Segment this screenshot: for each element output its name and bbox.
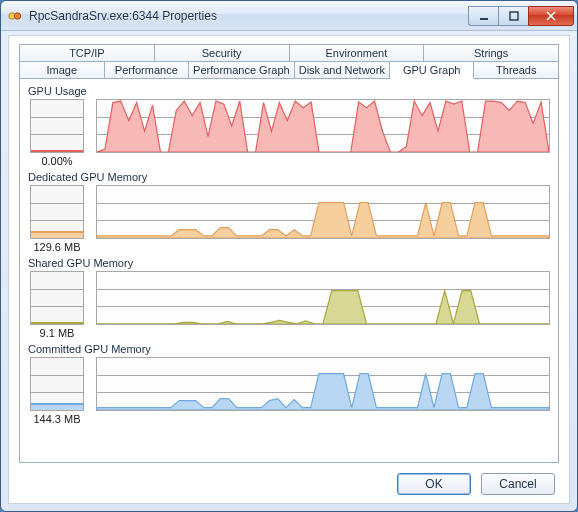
tab-performance[interactable]: Performance	[105, 61, 190, 79]
section-shared: Shared GPU Memory 9.1 MB	[28, 257, 550, 339]
close-button[interactable]	[528, 6, 574, 26]
svg-rect-2	[480, 18, 488, 20]
committed-thumb	[30, 357, 84, 411]
tab-environment[interactable]: Environment	[290, 44, 425, 61]
tab-gpu-graph[interactable]: GPU Graph	[390, 61, 475, 79]
section-title: Committed GPU Memory	[28, 343, 550, 355]
svg-rect-3	[510, 12, 518, 20]
properties-window: RpcSandraSrv.exe:6344 Properties TCP/IP …	[0, 0, 578, 512]
shared-graph	[96, 271, 550, 325]
dedicated-graph	[96, 185, 550, 239]
tab-strings[interactable]: Strings	[424, 44, 559, 61]
tab-disk-network[interactable]: Disk and Network	[295, 61, 390, 79]
minimize-button[interactable]	[468, 6, 498, 26]
cancel-button[interactable]: Cancel	[481, 473, 555, 495]
section-title: Shared GPU Memory	[28, 257, 550, 269]
section-title: Dedicated GPU Memory	[28, 171, 550, 183]
titlebar[interactable]: RpcSandraSrv.exe:6344 Properties	[1, 1, 577, 31]
dedicated-thumb	[30, 185, 84, 239]
window-controls	[468, 6, 574, 26]
section-title: GPU Usage	[28, 85, 550, 97]
tab-security[interactable]: Security	[155, 44, 290, 61]
ok-button[interactable]: OK	[397, 473, 471, 495]
committed-graph	[96, 357, 550, 411]
tab-performance-graph[interactable]: Performance Graph	[189, 61, 295, 79]
committed-value: 144.3 MB	[28, 413, 86, 425]
tabstrip: TCP/IP Security Environment Strings Imag…	[19, 44, 559, 79]
section-dedicated: Dedicated GPU Memory 129.6 MB	[28, 171, 550, 253]
maximize-button[interactable]	[498, 6, 528, 26]
dedicated-value: 129.6 MB	[28, 241, 86, 253]
dialog-buttons: OK Cancel	[19, 463, 559, 495]
gpu-usage-value: 0.00%	[28, 155, 86, 167]
app-icon	[7, 8, 23, 24]
tab-tcpip[interactable]: TCP/IP	[19, 44, 155, 61]
window-title: RpcSandraSrv.exe:6344 Properties	[29, 9, 468, 23]
section-committed: Committed GPU Memory 144.3 MB	[28, 343, 550, 425]
tab-content: GPU Usage 0.00% Dedic	[19, 79, 559, 463]
client-area: TCP/IP Security Environment Strings Imag…	[8, 35, 570, 504]
svg-point-1	[14, 12, 20, 18]
tab-threads[interactable]: Threads	[474, 61, 559, 79]
gpu-usage-graph	[96, 99, 550, 153]
section-gpu-usage: GPU Usage 0.00%	[28, 85, 550, 167]
tab-image[interactable]: Image	[19, 61, 105, 79]
shared-thumb	[30, 271, 84, 325]
gpu-usage-thumb	[30, 99, 84, 153]
shared-value: 9.1 MB	[28, 327, 86, 339]
